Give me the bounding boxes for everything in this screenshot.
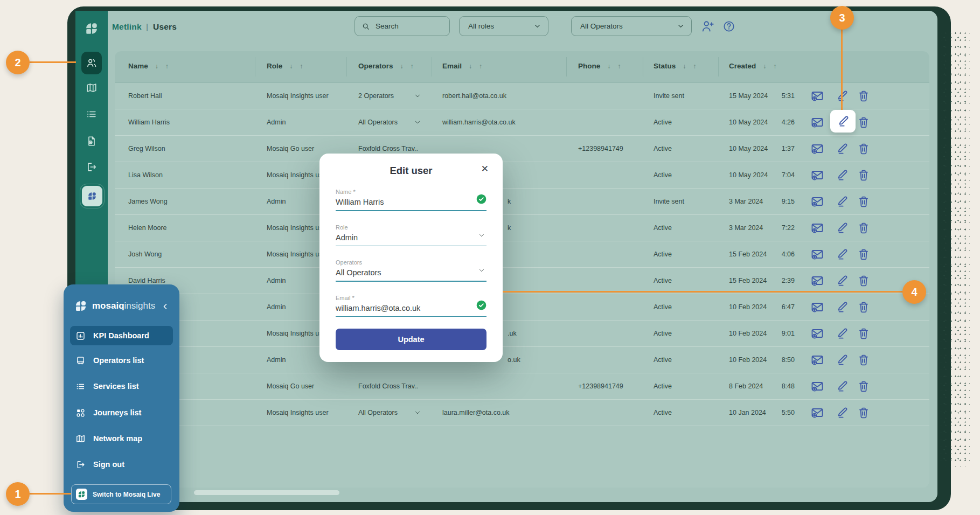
delete-user-button[interactable]: [857, 194, 871, 208]
edit-user-button[interactable]: [835, 221, 849, 235]
switch-to-mosaiq-live-button[interactable]: Switch to Mosaiq Live: [71, 484, 171, 504]
table-row[interactable]: James WongAdminkInvite sent3 Mar 20249:1…: [115, 189, 929, 215]
roles-filter-select[interactable]: All roles: [459, 16, 548, 36]
sort-asc-icon[interactable]: ↑: [773, 62, 776, 70]
field-value[interactable]: william.harris@ota.co.uk: [336, 304, 486, 312]
sort-desc-icon[interactable]: ↓: [155, 62, 158, 70]
operators-expand-icon[interactable]: [414, 119, 421, 126]
sidebar-item-journeys-list[interactable]: Journeys list: [70, 403, 173, 422]
person-add-icon[interactable]: [700, 19, 715, 33]
chevron-down-icon[interactable]: [478, 232, 485, 239]
table-row[interactable]: Robert HallMosaiq Insights user2 Operato…: [115, 83, 929, 109]
delete-user-button[interactable]: [857, 221, 871, 235]
search-field[interactable]: [355, 16, 450, 36]
modal-field-name[interactable]: Name *William Harris: [336, 189, 486, 214]
resend-invite-button[interactable]: [810, 142, 824, 156]
edit-user-button[interactable]: [835, 300, 849, 314]
modal-field-email[interactable]: Email *william.harris@ota.co.uk: [336, 295, 486, 321]
resend-invite-button[interactable]: [810, 274, 824, 288]
resend-invite-button[interactable]: [810, 194, 824, 208]
edit-user-button[interactable]: [835, 406, 849, 420]
chevron-left-icon[interactable]: [161, 302, 170, 311]
column-header-email[interactable]: Email↓↑: [442, 62, 482, 70]
edit-user-button[interactable]: [835, 379, 849, 393]
delete-user-button[interactable]: [857, 353, 871, 367]
sort-asc-icon[interactable]: ↑: [300, 62, 303, 70]
sidebar-item-users[interactable]: [81, 52, 102, 74]
update-button[interactable]: Update: [336, 329, 486, 350]
delete-user-button[interactable]: [857, 168, 871, 182]
resend-invite-button[interactable]: [810, 247, 824, 261]
sidebar-item-network-map[interactable]: Network map: [70, 429, 173, 448]
file-plus-icon[interactable]: [86, 135, 98, 147]
resend-invite-button[interactable]: [810, 326, 824, 340]
map-icon[interactable]: [86, 82, 98, 94]
resend-invite-button[interactable]: [810, 115, 824, 129]
edit-user-button[interactable]: [835, 168, 849, 182]
column-header-role[interactable]: Role↓↑: [267, 62, 303, 70]
column-header-ops[interactable]: Operators↓↑: [358, 62, 414, 70]
search-input[interactable]: [374, 22, 436, 31]
column-header-phone[interactable]: Phone↓↑: [578, 62, 621, 70]
help-icon[interactable]: [722, 20, 735, 33]
resend-invite-button[interactable]: [810, 353, 824, 367]
sort-asc-icon[interactable]: ↑: [411, 62, 414, 70]
sort-desc-icon[interactable]: ↓: [400, 62, 404, 70]
column-header-status[interactable]: Status↓↑: [654, 62, 696, 70]
table-row[interactable]: Mosaiq Go userFoxfold Cross Trav..+12398…: [115, 373, 929, 400]
sort-desc-icon[interactable]: ↓: [763, 62, 766, 70]
resend-invite-button[interactable]: [810, 221, 824, 235]
table-row[interactable]: Josh WongMosaiq Insights userActive15 Fe…: [115, 241, 929, 268]
sort-asc-icon[interactable]: ↑: [165, 62, 169, 70]
table-row[interactable]: Mosaiq Insights userAll Operatorslaura.m…: [115, 400, 929, 426]
field-value[interactable]: All Operators: [336, 268, 486, 277]
delete-user-button[interactable]: [857, 247, 871, 261]
edit-user-button[interactable]: [835, 142, 849, 156]
table-row[interactable]: Admino.ukActive10 Feb 20248:50: [115, 347, 929, 373]
delete-user-button[interactable]: [857, 406, 871, 420]
sidebar-item-operators-list[interactable]: Operators list: [70, 351, 173, 370]
sign-out-icon[interactable]: [86, 161, 98, 173]
sort-desc-icon[interactable]: ↓: [607, 62, 610, 70]
edit-user-button[interactable]: [835, 194, 849, 208]
close-icon[interactable]: ✕: [478, 163, 492, 175]
resend-invite-button[interactable]: [810, 300, 824, 314]
operators-expand-icon[interactable]: [414, 409, 421, 416]
list-icon[interactable]: [86, 108, 98, 120]
column-header-name[interactable]: Name↓↑: [128, 62, 169, 70]
delete-user-button[interactable]: [857, 115, 871, 129]
sort-desc-icon[interactable]: ↓: [469, 62, 472, 70]
breadcrumb-app[interactable]: Metlink: [112, 22, 142, 32]
horizontal-scrollbar[interactable]: [194, 490, 339, 495]
edit-user-button[interactable]: [835, 326, 849, 340]
delete-user-button[interactable]: [857, 142, 871, 156]
operators-filter-select[interactable]: All Operators: [571, 16, 692, 36]
table-row[interactable]: David HarrisAdminActive15 Feb 20242:39: [115, 268, 929, 294]
resend-invite-button[interactable]: [810, 89, 824, 103]
sort-asc-icon[interactable]: ↑: [479, 62, 482, 70]
edit-user-button[interactable]: [835, 247, 849, 261]
sort-asc-icon[interactable]: ↑: [693, 62, 696, 70]
sort-desc-icon[interactable]: ↓: [289, 62, 293, 70]
edit-user-button[interactable]: [835, 274, 849, 288]
table-row[interactable]: AdminActive10 Feb 20246:47: [115, 294, 929, 321]
delete-user-button[interactable]: [857, 274, 871, 288]
delete-user-button[interactable]: [857, 89, 871, 103]
table-row[interactable]: Helen MooreMosaiq Insights userkActive3 …: [115, 215, 929, 241]
sort-desc-icon[interactable]: ↓: [683, 62, 686, 70]
edit-icon-highlight[interactable]: [830, 110, 856, 133]
operators-expand-icon[interactable]: [414, 92, 421, 100]
resend-invite-button[interactable]: [810, 168, 824, 182]
field-value[interactable]: William Harris: [336, 198, 486, 206]
resend-invite-button[interactable]: [810, 406, 824, 420]
resend-invite-button[interactable]: [810, 379, 824, 393]
modal-field-operators[interactable]: OperatorsAll Operators: [336, 259, 486, 285]
sidebar-item-sign-out[interactable]: Sign out: [70, 455, 173, 474]
table-row[interactable]: Greg WilsonMosaiq Go userFoxfold Cross T…: [115, 136, 929, 162]
delete-user-button[interactable]: [857, 300, 871, 314]
modal-field-role[interactable]: RoleAdmin: [336, 224, 486, 250]
chevron-down-icon[interactable]: [478, 267, 485, 274]
field-value[interactable]: Admin: [336, 233, 486, 242]
table-row[interactable]: Lisa WilsonMosaiq Insights userActive10 …: [115, 162, 929, 189]
switch-to-mosaiq-live-button-collapsed[interactable]: [82, 186, 102, 206]
